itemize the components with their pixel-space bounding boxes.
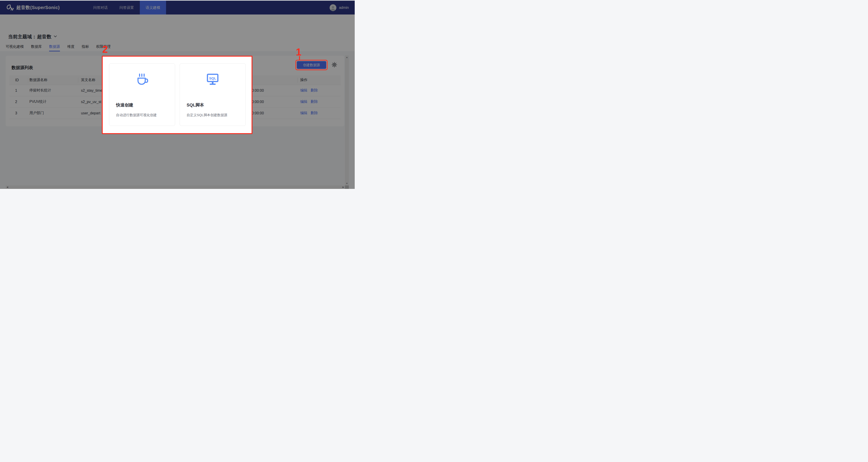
annotation-step-2: 2: [102, 45, 108, 54]
quick-create-title: 快速创建: [116, 102, 133, 108]
sql-monitor-icon: SQL: [206, 73, 220, 88]
coffee-icon: [135, 73, 149, 88]
quick-create-card[interactable]: 快速创建 自动进行数据源可视化创建: [109, 63, 175, 126]
create-datasource-modal: 快速创建 自动进行数据源可视化创建 SQL SQL脚本 自定义SQL脚本创建数据…: [102, 56, 252, 134]
svg-text:SQL: SQL: [209, 76, 216, 80]
quick-create-desc: 自动进行数据源可视化创建: [116, 113, 157, 117]
sql-script-card[interactable]: SQL SQL脚本 自定义SQL脚本创建数据源: [180, 63, 246, 126]
annotation-box-create-button: [296, 60, 328, 70]
sql-script-title: SQL脚本: [187, 102, 204, 108]
window-top-strip: [0, 0, 355, 1]
annotation-step-1: 1: [296, 47, 301, 57]
sql-script-desc: 自定义SQL脚本创建数据源: [187, 113, 227, 117]
